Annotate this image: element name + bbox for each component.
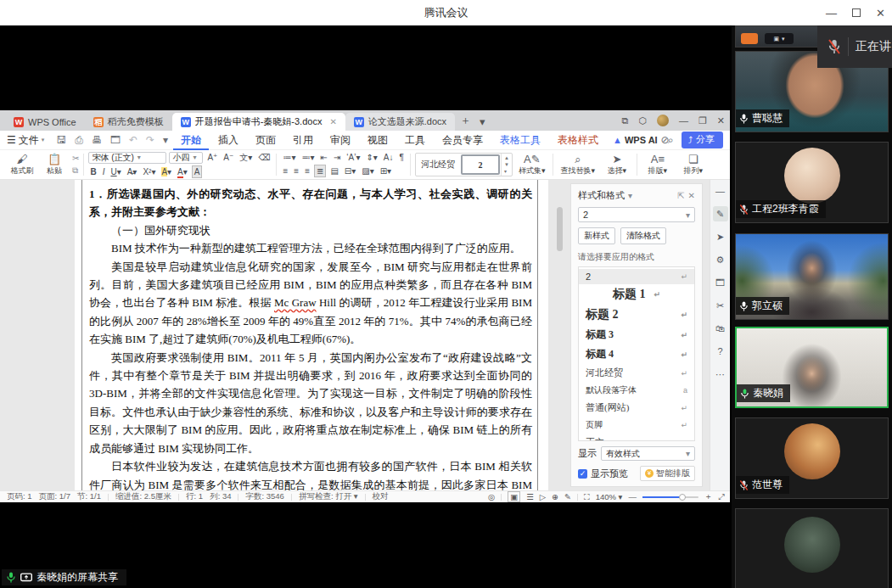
show-preview-checkbox[interactable]: ✓ — [578, 469, 587, 479]
select-cursor-icon[interactable]: ➤ — [713, 229, 728, 244]
resume-card-icon[interactable]: 🗔 — [713, 275, 728, 290]
fullscreen-icon[interactable]: ⤢ — [718, 492, 725, 502]
undo-icon[interactable]: ↶ — [126, 134, 141, 146]
number-list-button[interactable]: ≕▾ — [300, 152, 317, 163]
cut-icon[interactable]: ✂ — [72, 154, 79, 163]
play-fullscreen-icon[interactable]: ▷ — [540, 492, 546, 501]
find-replace-button[interactable]: ⌕ 查找替换▾ — [558, 154, 598, 176]
increase-font-icon[interactable]: A⁺ — [205, 152, 219, 163]
show-marks-icon[interactable]: ¶ — [398, 152, 406, 163]
select-button[interactable]: ➤ 选择▾ — [602, 154, 632, 176]
decrease-indent-icon[interactable]: ⇤ — [319, 152, 329, 163]
ribbon-tab-tools[interactable]: 工具 — [397, 131, 433, 150]
page-view-icon[interactable]: ▣ — [508, 491, 520, 502]
new-style-button[interactable]: 新样式 — [578, 227, 615, 244]
pin-icon[interactable]: ⇱ — [677, 191, 684, 200]
wps-close-button[interactable]: ✕ — [717, 115, 725, 126]
eye-protect-icon[interactable]: ◎ — [488, 492, 495, 501]
italic-button[interactable]: I — [101, 166, 107, 177]
file-menu[interactable]: ☰ 文件 ▾ — [7, 133, 44, 148]
document-scrollbar[interactable] — [557, 207, 563, 251]
style-item[interactable]: 标题 3↵ — [579, 325, 694, 344]
zoom-slider-handle[interactable] — [679, 494, 686, 501]
style-item[interactable]: 默认段落字体a — [579, 382, 694, 399]
char-scale-icon[interactable]: ʻAʼ▾ — [345, 152, 362, 163]
tab-close-icon[interactable]: ✕ — [329, 117, 336, 126]
styles-panel-caret-icon[interactable]: ▾ — [628, 191, 632, 200]
style-item[interactable]: 正文↵ — [579, 434, 694, 441]
ribbon-tab-table-style[interactable]: 表格样式 — [550, 131, 606, 150]
paragraph-layout-icon[interactable]: ⊟▾ — [343, 165, 357, 176]
styles-panel-close-icon[interactable]: ✕ — [688, 191, 695, 200]
zoom-out-button[interactable]: — — [628, 492, 637, 501]
style-gallery-more-icon[interactable]: ▾ — [504, 168, 509, 174]
wps-restore-button[interactable]: ❐ — [698, 115, 707, 126]
tab-document-2[interactable]: W 论文选题来源.docx — [345, 113, 455, 131]
style-gallery-up-icon[interactable]: ▲ — [504, 155, 509, 160]
wps-ai-button[interactable]: ▲ WPS AI — [608, 135, 663, 145]
ink-pen-icon[interactable]: ✎ — [564, 492, 571, 501]
print-preview-icon[interactable]: 🗔 — [107, 134, 124, 146]
export-pdf-icon[interactable]: ⎙ — [71, 134, 87, 146]
style-item[interactable]: 标题 2↵ — [579, 305, 694, 325]
style-item[interactable]: 2↵ — [579, 269, 694, 284]
share-button[interactable]: ⤴ 分享 — [682, 132, 724, 148]
style-set-button[interactable]: A✎ 样式集▾ — [516, 154, 548, 176]
align-center-button[interactable]: ≡ — [292, 165, 300, 176]
minimize-button[interactable]: — — [826, 8, 837, 19]
clear-format-icon[interactable]: ⌫ — [256, 152, 272, 163]
justify-button[interactable]: ≣ — [314, 165, 326, 177]
wps-minimize-button[interactable]: — — [679, 115, 688, 126]
sort-icon[interactable]: A↓ — [382, 152, 396, 163]
distribute-button[interactable]: ▤ — [328, 165, 339, 176]
more-commands-caret-icon[interactable]: ▾ — [160, 134, 171, 146]
document-canvas[interactable]: 1．所选课题国内、外的研究动态、水平、存在问题，与本人学习、社会实践、调研的关系… — [0, 180, 553, 490]
rail-handle[interactable]: — — [713, 183, 728, 199]
style-item[interactable]: 普通(网站)↵ — [579, 399, 694, 417]
pinyin-guide-icon[interactable]: 文▾ — [238, 152, 254, 163]
status-word-count[interactable]: 字数: 3546 — [245, 491, 283, 502]
line-spacing-icon[interactable]: ⇕▾ — [364, 152, 379, 163]
style-item[interactable]: 河北经贸↵ — [579, 364, 694, 382]
docer-mall-bag-icon[interactable]: 🛍 — [713, 321, 728, 336]
mic-muted-icon[interactable] — [827, 38, 841, 55]
style-item[interactable]: 标题 4↵ — [579, 344, 694, 364]
style-item[interactable]: 页脚↵ — [579, 417, 694, 434]
align-right-button[interactable]: ≡ — [303, 165, 311, 176]
save-icon[interactable]: 🖫 — [53, 134, 70, 146]
smart-typeset-button[interactable]: ¥ 智能排版 — [640, 466, 695, 481]
document-page[interactable]: 1．所选课题国内、外的研究动态、水平、存在问题，与本人学习、社会实践、调研的关系… — [75, 180, 548, 490]
ribbon-tab-view[interactable]: 视图 — [360, 131, 396, 150]
underline-button[interactable]: U▾ — [109, 166, 122, 177]
participant-tile-active-speaker[interactable]: 秦晓娟 — [735, 327, 889, 408]
typeset-button[interactable]: A≡ 排版▾ — [642, 154, 674, 176]
highlight-button[interactable]: A▾ — [160, 166, 173, 177]
style-item[interactable]: 标题 1↵ — [579, 284, 694, 305]
decrease-font-icon[interactable]: A⁻ — [222, 152, 235, 163]
maximize-button[interactable] — [852, 8, 861, 17]
fit-page-icon[interactable]: ⛶ — [584, 492, 590, 502]
outline-view-icon[interactable]: ☰ — [526, 492, 534, 501]
help-icon[interactable]: ? — [713, 344, 728, 359]
ribbon-tab-member[interactable]: 会员专享 — [435, 131, 491, 150]
copy-icon[interactable]: ⧉ — [72, 165, 79, 176]
web-layout-icon[interactable]: ⊕ — [552, 492, 558, 501]
status-proofread[interactable]: 校对 — [373, 491, 389, 502]
participant-tile[interactable]: 郭立硕 — [735, 233, 889, 320]
font-color-button[interactable]: A▾ — [176, 166, 189, 177]
ribbon-tab-review[interactable]: 审阅 — [323, 131, 358, 150]
current-style-select[interactable]: 2 ▾ — [578, 207, 695, 222]
zoom-in-button[interactable]: ＋ — [704, 491, 713, 502]
redo-icon[interactable]: ↷ — [143, 134, 158, 146]
ribbon-tab-insert[interactable]: 插入 — [210, 131, 246, 150]
ribbon-tab-reference[interactable]: 引用 — [285, 131, 321, 150]
increase-indent-icon[interactable]: ⇥ — [332, 152, 342, 163]
tab-docer-templates[interactable]: 稻 稻壳免费模板 — [85, 113, 172, 131]
align-left-button[interactable]: ≡ — [281, 165, 289, 176]
properties-sliders-icon[interactable]: ⚙ — [713, 252, 728, 267]
edit-pen-icon[interactable]: ✎ — [713, 206, 728, 221]
new-tab-button[interactable]: ＋ — [460, 113, 471, 128]
participant-tile-partial-bottom[interactable] — [735, 508, 889, 588]
superscript-button[interactable]: X²▾ — [141, 166, 157, 177]
ribbon-tab-table-tools[interactable]: 表格工具 — [492, 131, 548, 150]
